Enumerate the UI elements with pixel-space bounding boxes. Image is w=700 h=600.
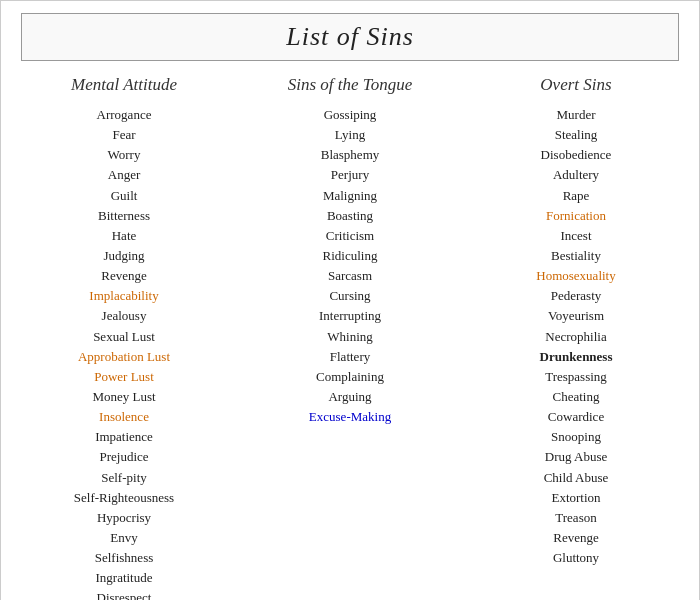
list-item: Selfishness: [95, 548, 154, 568]
list-item: Self-Righteousness: [74, 488, 174, 508]
list-item: Revenge: [101, 266, 146, 286]
column-header-2: Overt Sins: [540, 75, 611, 95]
title-box: List of Sins: [21, 13, 679, 61]
list-item: Stealing: [555, 125, 598, 145]
list-item: Criticism: [326, 226, 374, 246]
list-item: Bitterness: [98, 206, 150, 226]
list-item: Ridiculing: [323, 246, 378, 266]
list-item: Approbation Lust: [78, 347, 170, 367]
list-item: Perjury: [331, 165, 369, 185]
list-item: Maligning: [323, 186, 377, 206]
column-0: Mental AttitudeArroganceFearWorryAngerGu…: [11, 75, 237, 600]
list-item: Hypocrisy: [97, 508, 151, 528]
list-item: Disrespect: [97, 588, 152, 600]
list-item: Self-pity: [101, 468, 147, 488]
list-item: Gluttony: [553, 548, 599, 568]
list-item: Cheating: [553, 387, 600, 407]
list-item: Snooping: [551, 427, 601, 447]
list-item: Drunkenness: [540, 347, 613, 367]
column-1: Sins of the TongueGossipingLyingBlasphem…: [237, 75, 463, 427]
list-item: Judging: [103, 246, 144, 266]
list-item: Whining: [327, 327, 373, 347]
list-item: Insolence: [99, 407, 149, 427]
list-item: Adultery: [553, 165, 599, 185]
list-item: Trespassing: [545, 367, 607, 387]
list-item: Envy: [110, 528, 137, 548]
list-item: Treason: [555, 508, 596, 528]
list-item: Arrogance: [97, 105, 152, 125]
list-item: Sarcasm: [328, 266, 372, 286]
list-item: Lying: [335, 125, 365, 145]
list-item: Guilt: [111, 186, 138, 206]
list-item: Worry: [108, 145, 141, 165]
list-item: Revenge: [553, 528, 598, 548]
column-2: Overt SinsMurderStealingDisobedienceAdul…: [463, 75, 689, 568]
list-item: Power Lust: [94, 367, 154, 387]
list-item: Cowardice: [548, 407, 604, 427]
list-item: Bestiality: [551, 246, 601, 266]
list-item: Complaining: [316, 367, 384, 387]
column-header-1: Sins of the Tongue: [288, 75, 413, 95]
list-item: Flattery: [330, 347, 370, 367]
list-item: Child Abuse: [544, 468, 609, 488]
list-item: Extortion: [551, 488, 600, 508]
list-item: Boasting: [327, 206, 373, 226]
list-item: Ingratitude: [95, 568, 152, 588]
list-item: Hate: [112, 226, 137, 246]
list-item: Incest: [560, 226, 591, 246]
list-item: Pederasty: [551, 286, 602, 306]
list-item: Jealousy: [102, 306, 147, 326]
list-item: Necrophilia: [545, 327, 606, 347]
list-item: Money Lust: [92, 387, 155, 407]
list-item: Cursing: [329, 286, 370, 306]
list-item: Fear: [112, 125, 135, 145]
column-header-0: Mental Attitude: [71, 75, 177, 95]
page: List of Sins Mental AttitudeArroganceFea…: [0, 0, 700, 600]
list-item: Murder: [557, 105, 596, 125]
list-item: Homosexuality: [536, 266, 615, 286]
list-item: Arguing: [328, 387, 371, 407]
list-item: Implacability: [89, 286, 158, 306]
page-title: List of Sins: [38, 22, 662, 52]
list-item: Drug Abuse: [545, 447, 607, 467]
list-item: Blasphemy: [321, 145, 380, 165]
list-item: Voyeurism: [548, 306, 604, 326]
list-item: Anger: [108, 165, 141, 185]
columns-wrapper: Mental AttitudeArroganceFearWorryAngerGu…: [1, 69, 699, 600]
list-item: Disobedience: [541, 145, 612, 165]
list-item: Fornication: [546, 206, 606, 226]
list-item: Sexual Lust: [93, 327, 155, 347]
list-item: Rape: [563, 186, 590, 206]
list-item: Excuse-Making: [309, 407, 391, 427]
list-item: Impatience: [95, 427, 153, 447]
list-item: Prejudice: [99, 447, 148, 467]
list-item: Gossiping: [324, 105, 377, 125]
list-item: Interrupting: [319, 306, 381, 326]
